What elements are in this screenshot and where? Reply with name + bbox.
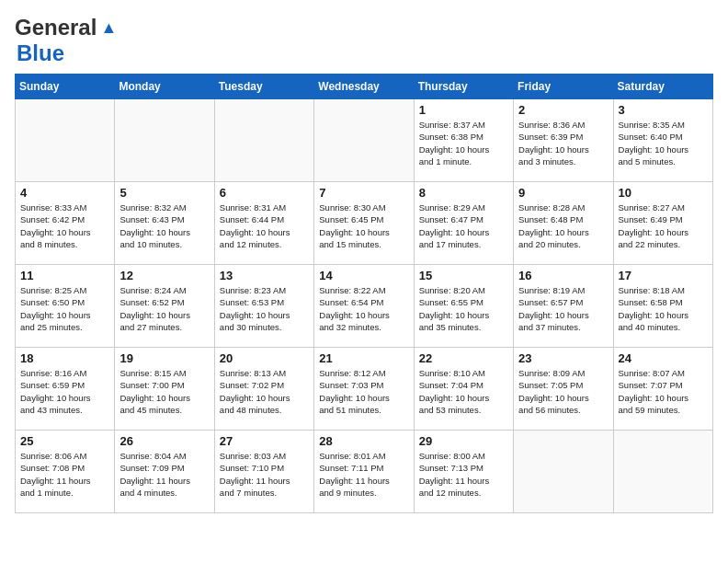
table-row: 4Sunrise: 8:33 AM Sunset: 6:42 PM Daylig…	[16, 182, 115, 265]
week-row-2: 4Sunrise: 8:33 AM Sunset: 6:42 PM Daylig…	[16, 182, 713, 265]
day-info: Sunrise: 8:31 AM Sunset: 6:44 PM Dayligh…	[220, 201, 309, 250]
table-row: 12Sunrise: 8:24 AM Sunset: 6:52 PM Dayli…	[115, 265, 214, 348]
day-number: 21	[319, 351, 408, 365]
day-info: Sunrise: 8:12 AM Sunset: 7:03 PM Dayligh…	[319, 367, 408, 416]
table-row: 17Sunrise: 8:18 AM Sunset: 6:58 PM Dayli…	[613, 265, 712, 348]
day-number: 27	[220, 434, 309, 448]
table-row: 19Sunrise: 8:15 AM Sunset: 7:00 PM Dayli…	[115, 348, 214, 431]
day-number: 8	[419, 186, 508, 200]
day-number: 20	[220, 351, 309, 365]
table-row	[214, 99, 313, 182]
header-thursday: Thursday	[414, 75, 513, 99]
table-row: 21Sunrise: 8:12 AM Sunset: 7:03 PM Dayli…	[314, 348, 414, 431]
table-row: 22Sunrise: 8:10 AM Sunset: 7:04 PM Dayli…	[414, 348, 513, 431]
table-row	[613, 431, 712, 513]
day-info: Sunrise: 8:36 AM Sunset: 6:39 PM Dayligh…	[518, 119, 608, 167]
header: General ▲ Blue	[15, 15, 713, 66]
day-info: Sunrise: 8:20 AM Sunset: 6:55 PM Dayligh…	[419, 284, 508, 333]
table-row: 11Sunrise: 8:25 AM Sunset: 6:50 PM Dayli…	[16, 265, 115, 348]
table-row: 6Sunrise: 8:31 AM Sunset: 6:44 PM Daylig…	[214, 182, 313, 265]
week-row-3: 11Sunrise: 8:25 AM Sunset: 6:50 PM Dayli…	[16, 265, 713, 348]
day-info: Sunrise: 8:33 AM Sunset: 6:42 PM Dayligh…	[20, 201, 109, 250]
table-row: 5Sunrise: 8:32 AM Sunset: 6:43 PM Daylig…	[115, 182, 214, 265]
table-row: 23Sunrise: 8:09 AM Sunset: 7:05 PM Dayli…	[514, 348, 613, 431]
week-row-4: 18Sunrise: 8:16 AM Sunset: 6:59 PM Dayli…	[16, 348, 713, 431]
header-tuesday: Tuesday	[214, 75, 313, 99]
day-info: Sunrise: 8:35 AM Sunset: 6:40 PM Dayligh…	[619, 119, 708, 167]
header-wednesday: Wednesday	[314, 75, 414, 99]
table-row: 8Sunrise: 8:29 AM Sunset: 6:47 PM Daylig…	[414, 182, 513, 265]
table-row: 20Sunrise: 8:13 AM Sunset: 7:02 PM Dayli…	[214, 348, 313, 431]
table-row: 27Sunrise: 8:03 AM Sunset: 7:10 PM Dayli…	[214, 431, 313, 513]
day-info: Sunrise: 8:13 AM Sunset: 7:02 PM Dayligh…	[220, 367, 309, 416]
day-info: Sunrise: 8:30 AM Sunset: 6:45 PM Dayligh…	[319, 201, 408, 250]
table-row: 1Sunrise: 8:37 AM Sunset: 6:38 PM Daylig…	[414, 99, 513, 182]
day-number: 22	[419, 351, 508, 365]
table-row: 15Sunrise: 8:20 AM Sunset: 6:55 PM Dayli…	[414, 265, 513, 348]
table-row	[115, 99, 214, 182]
day-info: Sunrise: 8:15 AM Sunset: 7:00 PM Dayligh…	[119, 367, 209, 416]
day-number: 6	[220, 186, 309, 200]
day-info: Sunrise: 8:28 AM Sunset: 6:48 PM Dayligh…	[518, 201, 608, 250]
header-monday: Monday	[115, 75, 214, 99]
day-number: 26	[119, 434, 209, 448]
logo: General ▲ Blue	[15, 15, 117, 66]
day-number: 7	[319, 186, 408, 200]
day-number: 19	[119, 351, 209, 365]
table-row: 2Sunrise: 8:36 AM Sunset: 6:39 PM Daylig…	[514, 99, 613, 182]
day-number: 10	[619, 186, 708, 200]
table-row	[514, 431, 613, 513]
day-info: Sunrise: 8:00 AM Sunset: 7:13 PM Dayligh…	[419, 450, 508, 499]
day-number: 14	[319, 269, 408, 282]
day-info: Sunrise: 8:03 AM Sunset: 7:10 PM Dayligh…	[220, 450, 309, 499]
day-number: 24	[619, 351, 708, 365]
day-info: Sunrise: 8:04 AM Sunset: 7:09 PM Dayligh…	[119, 450, 209, 499]
table-row: 25Sunrise: 8:06 AM Sunset: 7:08 PM Dayli…	[16, 431, 115, 513]
week-row-1: 1Sunrise: 8:37 AM Sunset: 6:38 PM Daylig…	[16, 99, 713, 182]
day-info: Sunrise: 8:09 AM Sunset: 7:05 PM Dayligh…	[518, 367, 608, 416]
logo-blue-text: Blue	[17, 40, 64, 65]
day-info: Sunrise: 8:37 AM Sunset: 6:38 PM Dayligh…	[419, 119, 508, 167]
day-info: Sunrise: 8:22 AM Sunset: 6:54 PM Dayligh…	[319, 284, 408, 333]
day-number: 11	[20, 269, 109, 282]
day-number: 23	[518, 351, 608, 365]
table-row: 10Sunrise: 8:27 AM Sunset: 6:49 PM Dayli…	[613, 182, 712, 265]
day-number: 28	[319, 434, 408, 448]
table-row: 13Sunrise: 8:23 AM Sunset: 6:53 PM Dayli…	[214, 265, 313, 348]
day-info: Sunrise: 8:01 AM Sunset: 7:11 PM Dayligh…	[319, 450, 408, 499]
header-friday: Friday	[514, 75, 613, 99]
table-row: 18Sunrise: 8:16 AM Sunset: 6:59 PM Dayli…	[16, 348, 115, 431]
day-info: Sunrise: 8:06 AM Sunset: 7:08 PM Dayligh…	[20, 450, 109, 499]
table-row: 9Sunrise: 8:28 AM Sunset: 6:48 PM Daylig…	[514, 182, 613, 265]
day-number: 15	[419, 269, 508, 282]
weekday-header-row: Sunday Monday Tuesday Wednesday Thursday…	[16, 75, 713, 99]
day-info: Sunrise: 8:25 AM Sunset: 6:50 PM Dayligh…	[20, 284, 109, 333]
header-sunday: Sunday	[16, 75, 115, 99]
week-row-5: 25Sunrise: 8:06 AM Sunset: 7:08 PM Dayli…	[16, 431, 713, 513]
table-row: 14Sunrise: 8:22 AM Sunset: 6:54 PM Dayli…	[314, 265, 414, 348]
day-info: Sunrise: 8:27 AM Sunset: 6:49 PM Dayligh…	[619, 201, 708, 250]
table-row	[16, 99, 115, 182]
table-row: 26Sunrise: 8:04 AM Sunset: 7:09 PM Dayli…	[115, 431, 214, 513]
day-number: 12	[119, 269, 209, 282]
day-number: 16	[518, 269, 608, 282]
day-info: Sunrise: 8:10 AM Sunset: 7:04 PM Dayligh…	[419, 367, 508, 416]
day-info: Sunrise: 8:16 AM Sunset: 6:59 PM Dayligh…	[20, 367, 109, 416]
day-number: 1	[419, 103, 508, 117]
day-number: 17	[619, 269, 708, 282]
day-number: 3	[619, 103, 708, 117]
day-number: 9	[518, 186, 608, 200]
day-number: 29	[419, 434, 508, 448]
header-saturday: Saturday	[613, 75, 712, 99]
day-number: 25	[20, 434, 109, 448]
table-row: 3Sunrise: 8:35 AM Sunset: 6:40 PM Daylig…	[613, 99, 712, 182]
logo-bird-icon: ▲	[100, 18, 117, 38]
day-info: Sunrise: 8:23 AM Sunset: 6:53 PM Dayligh…	[220, 284, 309, 333]
day-info: Sunrise: 8:24 AM Sunset: 6:52 PM Dayligh…	[119, 284, 209, 333]
day-info: Sunrise: 8:07 AM Sunset: 7:07 PM Dayligh…	[619, 367, 708, 416]
day-number: 18	[20, 351, 109, 365]
table-row: 16Sunrise: 8:19 AM Sunset: 6:57 PM Dayli…	[514, 265, 613, 348]
day-number: 5	[119, 186, 209, 200]
day-info: Sunrise: 8:18 AM Sunset: 6:58 PM Dayligh…	[619, 284, 708, 333]
calendar-table: Sunday Monday Tuesday Wednesday Thursday…	[15, 74, 713, 513]
